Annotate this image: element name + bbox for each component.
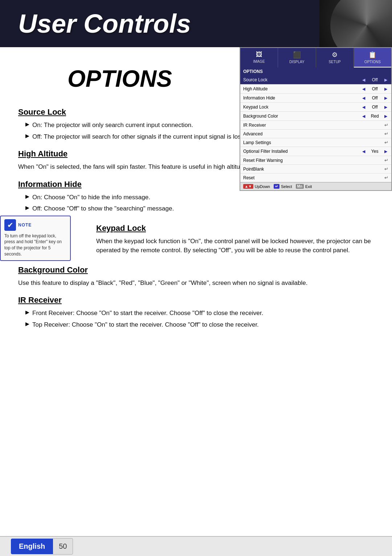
ir-receiver-bullet-1-text: Front Receiver: Choose "On" to start the… xyxy=(32,308,263,318)
bullet-arrow-icon: ▶ xyxy=(25,321,29,327)
background-color-text: Use this feature to display a "Black", "… xyxy=(18,278,374,288)
osd-enter-lamp-settings: ↵ xyxy=(384,140,388,145)
osd-enter-advanced: ↵ xyxy=(384,131,388,136)
note-box: ✔ Note To turn off the keypad lock, pres… xyxy=(0,216,71,261)
header-background-decoration xyxy=(319,0,392,47)
select-icon: ↵ xyxy=(274,184,279,189)
osd-arrow-right-keypad-lock: ► xyxy=(383,104,388,110)
background-color-heading: Background Color xyxy=(18,265,374,275)
osd-arrow-left-high-altitude: ◄ xyxy=(361,86,366,92)
osd-label-high-altitude: High Altitude xyxy=(243,86,359,91)
osd-row-reset-filter[interactable]: Reset Filter Warning ↵ xyxy=(240,156,391,165)
bullet-arrow-icon: ▶ xyxy=(25,121,29,127)
keypad-lock-heading: Keypad Lock xyxy=(96,224,374,233)
osd-row-information-hide[interactable]: Information Hide ◄ Off ► xyxy=(240,94,391,103)
display-tab-label: DISPLAY xyxy=(289,60,305,64)
keypad-lock-section: ✔ Note To turn off the keypad lock, pres… xyxy=(18,216,374,257)
exit-label: Exit xyxy=(305,184,312,189)
page-footer: English 50 xyxy=(0,536,392,556)
osd-tab-options[interactable]: 📋 OPTIONS xyxy=(354,48,391,68)
osd-value-source-lock: Off xyxy=(368,77,381,82)
osd-value-high-altitude: Off xyxy=(368,86,381,91)
image-tab-label: IMAGE xyxy=(253,60,265,64)
osd-label-reset: Reset xyxy=(243,175,384,180)
source-lock-bullet-1-text: On: The projector will only search curre… xyxy=(32,120,193,130)
osd-enter-reset-filter: ↵ xyxy=(384,158,388,163)
ir-receiver-bullet-1: ▶ Front Receiver: Choose "On" to start t… xyxy=(18,308,374,318)
osd-menu: 🖼 IMAGE ⬛ DISPLAY ⚙ SETUP 📋 OPTIONS xyxy=(240,47,392,191)
osd-row-source-lock[interactable]: Source Lock ◄ Off ► xyxy=(240,75,391,85)
osd-label-optional-filter: Optional Filter Installed xyxy=(243,149,359,154)
osd-section-header: OPTIONS xyxy=(240,68,391,75)
keypad-lock-text: When the keypad lock function is "On", t… xyxy=(96,237,374,255)
information-hide-bullet-1-text: On: Choose "On" to hide the info message… xyxy=(32,193,150,202)
osd-label-lamp-settings: Lamp Settings xyxy=(243,140,384,145)
osd-arrow-left-source-lock: ◄ xyxy=(361,77,366,83)
osd-value-optional-filter: Yes xyxy=(368,149,381,154)
osd-tab-display[interactable]: ⬛ DISPLAY xyxy=(278,48,316,68)
osd-footer-exit: Mn Exit xyxy=(296,184,312,189)
osd-tab-image[interactable]: 🖼 IMAGE xyxy=(240,48,278,68)
note-body-text: To turn off the keypad lock, press and h… xyxy=(4,233,66,257)
osd-enter-pointblank: ↵ xyxy=(384,166,388,172)
osd-row-background-color[interactable]: Background Color ◄ Red ► xyxy=(240,112,391,121)
information-hide-bullet-1: ▶ On: Choose "On" to hide the info messa… xyxy=(18,193,374,202)
osd-row-keypad-lock[interactable]: Keypad Lock ◄ Off ► xyxy=(240,103,391,112)
osd-row-lamp-settings[interactable]: Lamp Settings ↵ xyxy=(240,138,391,147)
osd-row-optional-filter[interactable]: Optional Filter Installed ◄ Yes ► xyxy=(240,147,391,156)
information-hide-bullet-2-text: Off: Choose "Off" to show the "searching… xyxy=(32,204,174,213)
osd-enter-ir-receiver: ↵ xyxy=(384,122,388,128)
bullet-arrow-icon: ▶ xyxy=(25,193,29,199)
footer-page-number: 50 xyxy=(53,538,73,555)
osd-row-high-altitude[interactable]: High Altitude ◄ Off ► xyxy=(240,85,391,94)
osd-enter-reset: ↵ xyxy=(384,175,388,180)
source-lock-bullet-2-text: Off: The projector will search for other… xyxy=(32,132,244,142)
osd-arrow-right-high-altitude: ► xyxy=(383,86,388,92)
ir-receiver-bullet-2-text: Top Receiver: Choose "On" to start the r… xyxy=(32,320,259,330)
osd-label-ir-receiver: IR Receiver xyxy=(243,123,384,128)
osd-label-pointblank: PointBlank xyxy=(243,167,384,172)
osd-row-ir-receiver[interactable]: IR Receiver ↵ xyxy=(240,121,391,130)
osd-label-advanced: Advanced xyxy=(243,131,384,136)
osd-arrow-right-information-hide: ► xyxy=(383,95,388,101)
bullet-arrow-icon: ▶ xyxy=(25,133,29,139)
header-circle-decoration xyxy=(330,0,392,47)
options-title: OPTIONS xyxy=(18,65,221,92)
osd-row-reset[interactable]: Reset ↵ xyxy=(240,173,391,182)
osd-footer-select: ↵ Select xyxy=(274,184,292,189)
footer-page-text: 50 xyxy=(59,542,67,550)
osd-arrow-left-background-color: ◄ xyxy=(361,113,366,119)
osd-value-information-hide: Off xyxy=(368,95,381,101)
page-title: User Controls xyxy=(18,9,191,38)
setup-tab-icon: ⚙ xyxy=(318,51,352,59)
osd-arrow-left-optional-filter: ◄ xyxy=(361,148,366,154)
options-tab-label: OPTIONS xyxy=(364,60,381,64)
options-tab-icon: 📋 xyxy=(355,51,390,59)
osd-label-reset-filter: Reset Filter Warning xyxy=(243,158,384,163)
display-tab-icon: ⬛ xyxy=(279,51,314,59)
osd-tab-setup[interactable]: ⚙ SETUP xyxy=(316,48,354,68)
osd-arrow-right-background-color: ► xyxy=(383,113,388,119)
osd-row-advanced[interactable]: Advanced ↵ xyxy=(240,130,391,138)
note-column: ✔ Note To turn off the keypad lock, pres… xyxy=(18,216,89,257)
note-header: ✔ Note xyxy=(4,219,66,231)
footer-language-badge: English xyxy=(11,539,53,554)
osd-footer-updown: ▲▼ UpDown xyxy=(243,184,270,189)
osd-value-keypad-lock: Off xyxy=(368,105,381,110)
osd-row-pointblank[interactable]: PointBlank ↵ xyxy=(240,165,391,173)
bullet-arrow-icon: ▶ xyxy=(25,205,29,210)
osd-arrow-left-information-hide: ◄ xyxy=(361,95,366,101)
osd-value-background-color: Red xyxy=(368,114,381,119)
osd-arrow-right-source-lock: ► xyxy=(383,77,388,83)
osd-arrow-left-keypad-lock: ◄ xyxy=(361,104,366,110)
osd-label-keypad-lock: Keypad Lock xyxy=(243,105,359,110)
osd-tabs: 🖼 IMAGE ⬛ DISPLAY ⚙ SETUP 📋 OPTIONS xyxy=(240,48,391,68)
note-checkmark-icon: ✔ xyxy=(4,219,16,231)
osd-label-source-lock: Source Lock xyxy=(243,77,359,82)
osd-footer: ▲▼ UpDown ↵ Select Mn Exit xyxy=(240,182,391,190)
ir-receiver-heading: IR Receiver xyxy=(18,295,374,305)
note-title-text: Note xyxy=(18,222,32,228)
keypad-lock-content: Keypad Lock When the keypad lock functio… xyxy=(96,216,374,257)
exit-icon: Mn xyxy=(296,184,304,189)
updown-icon: ▲▼ xyxy=(243,184,253,189)
